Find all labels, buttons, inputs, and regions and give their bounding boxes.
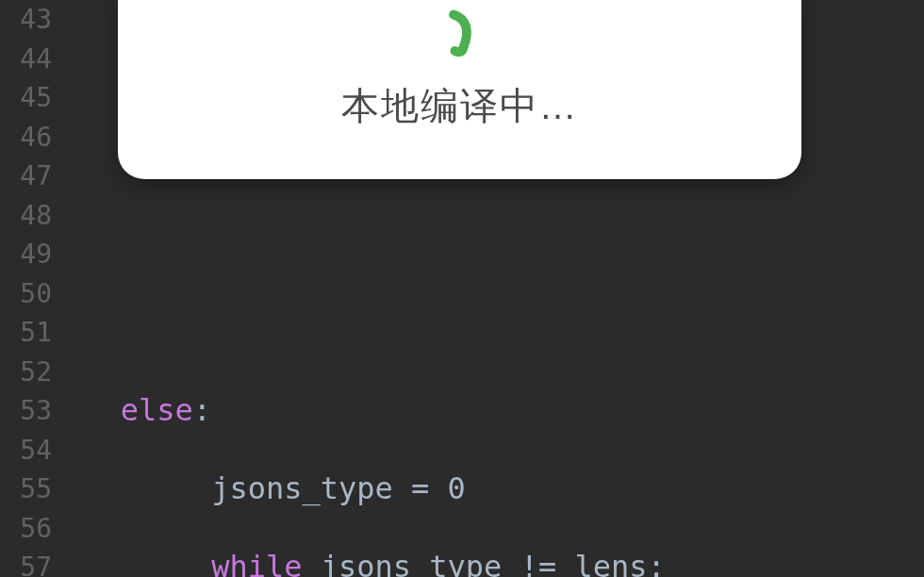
code-line: else:	[66, 391, 924, 431]
code-line: while jsons_type != lens:	[66, 548, 924, 577]
line-number: 50	[0, 274, 52, 314]
line-number: 45	[0, 78, 52, 118]
line-number: 54	[0, 431, 52, 470]
line-number: 43	[0, 0, 52, 40]
line-number: 56	[0, 509, 52, 549]
line-number-gutter: 43 44 45 46 47 48 49 50 51 52 53 54 55 5…	[0, 0, 66, 577]
code-line: tist}.m	[66, 313, 924, 353]
line-number: 46	[0, 118, 52, 157]
line-number: 57	[0, 548, 52, 577]
line-number: 44	[0, 40, 52, 79]
line-number: 55	[0, 470, 52, 509]
line-number: 47	[0, 157, 52, 196]
line-number: 53	[0, 391, 52, 431]
line-number: 52	[0, 353, 52, 392]
checkmark-icon	[427, 5, 493, 71]
line-number: 51	[0, 313, 52, 353]
code-line: _name}	[66, 196, 924, 236]
line-number: 48	[0, 196, 52, 236]
line-number: 49	[0, 235, 52, 274]
code-line: jsons_type = 0	[66, 470, 924, 509]
modal-message: 本地编译中…	[341, 80, 579, 132]
compile-modal: 本地编译中…	[118, 0, 801, 179]
